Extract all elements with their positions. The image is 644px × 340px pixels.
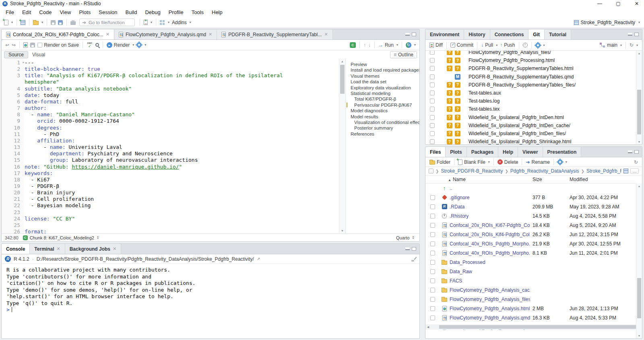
git-file-row[interactable]: ??PDGFR-B_Reactivity_SupplementaryTables… (425, 64, 636, 72)
file-row[interactable]: FlowCytometry_Pdgfrb_Analysis.html2 MBJu… (425, 304, 636, 313)
save-all-button[interactable] (57, 19, 64, 26)
editor-line[interactable]: 14 department: Psychiatry and Neuroscien… (2, 150, 339, 157)
menu-tools[interactable]: Tools (188, 8, 208, 16)
outline-item[interactable]: Visualization of conditional effects (346, 120, 419, 125)
editor-line[interactable]: 8 - name: "Daniel Manrique-Castano" (2, 111, 339, 118)
editor-line[interactable]: 20 - Brain injury (2, 190, 339, 196)
pane-maximize-pane-icon[interactable] (634, 150, 639, 154)
close-tab-icon[interactable]: ✕ (208, 32, 212, 37)
file-name[interactable]: FACS (450, 278, 462, 284)
editor-line[interactable]: 25 (2, 222, 339, 229)
find-replace-button[interactable] (94, 42, 100, 47)
file-row[interactable]: .gitignore377 BApr 30, 2024, 4:22 PM (425, 193, 636, 202)
git-stage-checkbox[interactable] (430, 107, 435, 111)
file-name[interactable]: Confocal_40x_ROIs_Pdgfrb_Morpho... (450, 250, 530, 256)
format-selector[interactable]: Quarto ⇕ (395, 235, 416, 241)
commit-button[interactable]: Commit (449, 41, 475, 49)
file-name[interactable]: FlowCytometry_Pdgfrb_Analysis.qmd (450, 315, 530, 321)
file-row[interactable]: Confocal_20x_ROIs_Ki67-Pdgfrb_Col...18.4… (425, 220, 636, 230)
git-file-row[interactable]: ??FlowCytometry_Pdgfrb_Processing.html (425, 56, 636, 64)
editor-line[interactable]: 17keywords: (2, 170, 339, 177)
git-file-row[interactable]: ??Widefield_5x_Ipsilateral_Pdgfrb_IntDen… (425, 122, 636, 130)
file-name[interactable]: FlowCytometry_Pdgfrb_Analysis_cac... (450, 287, 530, 293)
editor-tab[interactable]: FlowCytometry_Pdgfrb_Analysis.qmd✕ (114, 29, 217, 39)
go-previous-section-button[interactable]: ↑ (362, 41, 367, 49)
git-stage-checkbox[interactable] (430, 91, 435, 95)
menu-edit[interactable]: Edit (18, 8, 35, 16)
outline-item[interactable]: Preview (346, 62, 419, 67)
file-checkbox[interactable] (430, 223, 435, 228)
file-row[interactable]: FlowCytometry_Pdgfrb_Analysis_cac... (425, 285, 636, 295)
git-scrollbar-thumb[interactable] (637, 90, 641, 134)
file-row[interactable]: R.RData209.9 MBMay 19, 2023, 9:28 AM (425, 202, 636, 211)
menu-profile[interactable]: Profile (165, 8, 188, 16)
editor-tab[interactable]: PDGFR-B_Reactivity_SupplementaryTabl...✕ (217, 29, 332, 39)
file-row[interactable]: .Rhistory14.5 KBAug 4, 2024, 5:58 PM (425, 211, 636, 220)
console-minimize-pane-icon[interactable] (405, 247, 410, 250)
addins-button[interactable]: Addins▾ (171, 19, 192, 26)
editor-line[interactable]: 11 - PhD (2, 131, 339, 138)
file-checkbox[interactable] (430, 214, 435, 218)
save-source-button[interactable] (29, 42, 36, 48)
editor-line[interactable]: 2title-block-banner: true (2, 66, 339, 72)
editor-line[interactable]: 24license: "CC BY" (2, 216, 339, 222)
source-minimize-pane-icon[interactable] (405, 33, 410, 36)
git-stage-checkbox[interactable] (430, 99, 435, 103)
editor-line[interactable]: 18 - Ki67 (2, 177, 339, 183)
git-stage-checkbox[interactable] (430, 74, 435, 79)
file-row[interactable]: Confocal_20x_ROIs_Klf4-Pdgfrb_Col...26.2… (425, 230, 636, 239)
outline-item[interactable]: References (346, 131, 419, 137)
find-in-file-icon[interactable] (22, 41, 29, 49)
pane-tab-history[interactable]: History (464, 29, 490, 39)
close-tab-icon[interactable]: ✕ (113, 246, 116, 251)
files-hscrollbar-thumb[interactable] (439, 325, 636, 329)
pane-maximize-pane-icon[interactable] (634, 33, 639, 36)
close-tab-icon[interactable]: ✕ (324, 32, 328, 37)
file-row[interactable]: FlowCytometry_Pdgfrb_Analysis_files (425, 295, 636, 304)
file-name[interactable]: Confocal_20x_ROIs_Klf4-Pdgfrb_Col... (450, 232, 530, 237)
editor-line[interactable]: 22 - Bayesian modeling (2, 202, 339, 209)
outline-item[interactable]: Perivascular PDGFR-β/Ki67 (346, 102, 419, 108)
project-menu-button[interactable]: Stroke_Pdgfrb_Reactivity▾ (574, 20, 640, 25)
file-checkbox[interactable] (430, 204, 435, 209)
menu-code[interactable]: Code (35, 8, 56, 16)
git-stage-checkbox[interactable] (430, 123, 435, 128)
files-hscrollbar[interactable]: ◀ (425, 324, 636, 330)
source-maximize-pane-icon[interactable] (412, 33, 416, 36)
editor-line[interactable]: 16note: "GitHub: https://daniel-manrique… (2, 164, 339, 170)
print-button[interactable] (69, 19, 77, 26)
column-modified[interactable]: Modified (570, 177, 588, 182)
close-tab-icon[interactable]: ✕ (56, 246, 60, 251)
file-name[interactable]: Confocal_40x_ROIs_Pdgfrb_Morpho... (450, 241, 530, 247)
outline-item[interactable]: Model results (346, 114, 419, 120)
new-folder-button[interactable]: Folder (428, 159, 452, 166)
version-control-button[interactable]: ▾ (142, 19, 153, 26)
file-row[interactable]: FlowCytometry_Pdgfrb_Analysis.qmd16.3 KB… (425, 313, 636, 322)
outline-item[interactable]: Exploratory data visualization (346, 85, 419, 91)
source-mode-button[interactable]: Source (4, 51, 28, 58)
editor-line[interactable]: hemisphere" (2, 79, 339, 85)
file-name[interactable]: Confocal_20x_ROIs_Ki67-Pdgfrb_Col... (450, 223, 530, 228)
outline-toggle-button[interactable]: ≡Outline (390, 51, 417, 58)
goto-file-input[interactable]: ➔ Go to file/function (79, 19, 135, 26)
editor-line[interactable]: 10 degrees: (2, 125, 339, 131)
open-file-button[interactable]: ▾ (32, 19, 44, 26)
git-stage-checkbox[interactable] (430, 115, 435, 120)
select-all-checkbox[interactable] (429, 169, 433, 173)
editor-line[interactable]: 26format: (2, 229, 339, 233)
column-size[interactable]: Size (533, 177, 542, 182)
pane-tab-tutorial[interactable]: Tutorial (545, 29, 571, 39)
pane-tab-connections[interactable]: Connections (490, 29, 529, 39)
console-prompt-line[interactable]: > (6, 307, 419, 313)
render-settings-button[interactable]: ▾ (135, 41, 147, 48)
file-name[interactable]: FlowCytometry_Pdgfrb_Analysis.html (450, 306, 530, 311)
render-button[interactable]: ▸Render▾ (105, 41, 135, 49)
file-row[interactable]: Data_Processed (425, 258, 636, 267)
push-button[interactable]: ↑Push (499, 41, 516, 49)
git-stage-checkbox[interactable] (430, 139, 435, 144)
editor-line[interactable]: 1▾--- (2, 60, 339, 66)
save-button[interactable] (50, 19, 57, 26)
pane-tab-help[interactable]: Help (498, 147, 518, 157)
fold-arrow-icon[interactable]: ▾ (22, 60, 24, 66)
editor-line[interactable]: 19 - PDGFR-β (2, 183, 339, 190)
